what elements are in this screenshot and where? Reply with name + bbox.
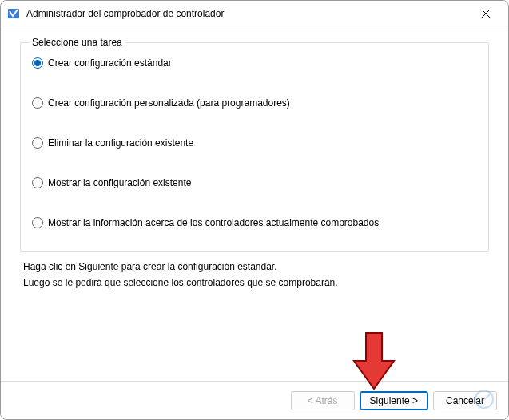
radio-label: Mostrar la información acerca de los con… <box>48 217 379 228</box>
info-line-1: Haga clic en Siguiente para crear la con… <box>20 261 489 272</box>
radio-option-standard[interactable]: Crear configuración estándar <box>32 57 477 69</box>
back-button: < Atrás <box>291 391 355 410</box>
radio-option-show-drivers[interactable]: Mostrar la información acerca de los con… <box>32 217 477 228</box>
radio-label: Crear configuración estándar <box>48 57 172 69</box>
titlebar: Administrador del comprobador de control… <box>1 1 508 26</box>
radio-icon <box>32 177 43 188</box>
radio-label: Crear configuración personalizada (para … <box>48 97 290 109</box>
window-title: Administrador del comprobador de control… <box>26 8 470 19</box>
radio-icon <box>32 217 43 228</box>
next-button[interactable]: Siguiente > <box>360 391 428 410</box>
close-button[interactable] <box>470 2 502 25</box>
app-icon <box>7 7 20 20</box>
footer-buttons: < Atrás Siguiente > Cancelar <box>1 381 508 419</box>
task-fieldset: Seleccione una tarea Crear configuración… <box>20 42 489 252</box>
content-area: Seleccione una tarea Crear configuración… <box>1 26 508 288</box>
close-icon <box>482 10 490 18</box>
fieldset-legend: Seleccione una tarea <box>29 37 125 48</box>
cancel-button[interactable]: Cancelar <box>433 391 497 410</box>
radio-label: Eliminar la configuración existente <box>48 137 193 149</box>
radio-option-remove[interactable]: Eliminar la configuración existente <box>32 137 477 149</box>
radio-option-custom[interactable]: Crear configuración personalizada (para … <box>32 97 477 109</box>
radio-label: Mostrar la configuración existente <box>48 177 191 188</box>
info-line-2: Luego se le pedirá que seleccione los co… <box>20 277 489 288</box>
radio-option-show-config[interactable]: Mostrar la configuración existente <box>32 177 477 188</box>
radio-icon <box>32 137 43 149</box>
radio-icon <box>32 57 43 69</box>
radio-icon <box>32 97 43 109</box>
